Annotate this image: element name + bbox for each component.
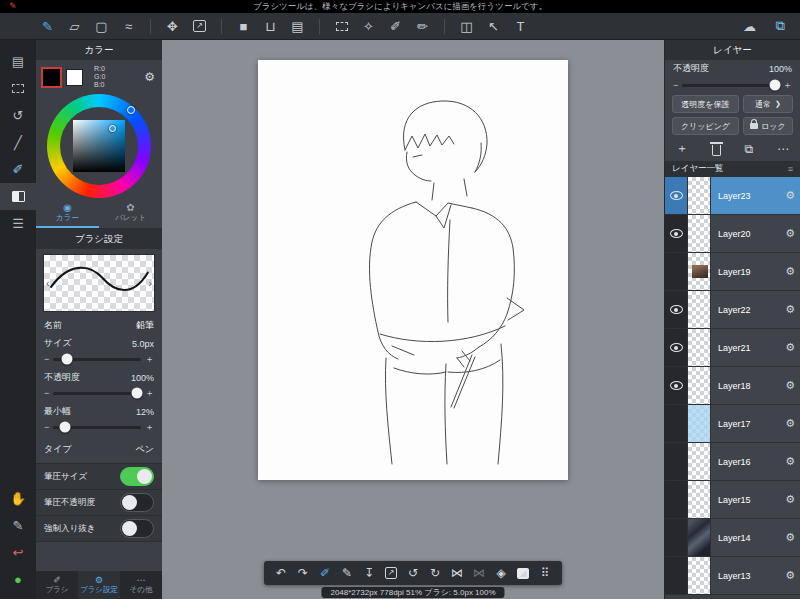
bottom-toolbar-button[interactable]: ↷ bbox=[296, 564, 310, 582]
layer-visibility-toggle[interactable] bbox=[665, 329, 687, 366]
bottom-toolbar-button[interactable]: ✎ bbox=[340, 564, 354, 582]
layer-settings-gear-icon[interactable]: ⚙ bbox=[785, 227, 795, 240]
rail-tool[interactable]: ✐ bbox=[0, 156, 36, 183]
layer-visibility-toggle[interactable] bbox=[665, 405, 687, 442]
layer-visibility-toggle[interactable] bbox=[665, 177, 687, 214]
toolbar-tool[interactable]: ↖ bbox=[486, 13, 501, 39]
color-panel-tab[interactable]: ◉ カラー bbox=[36, 200, 99, 228]
toolbar-tool[interactable]: ✧ bbox=[361, 13, 376, 39]
layer-settings-gear-icon[interactable]: ⚙ bbox=[785, 189, 795, 202]
toolbar-tool[interactable]: ⊔ bbox=[263, 13, 278, 39]
slider-track[interactable] bbox=[682, 84, 779, 87]
rail-tool[interactable] bbox=[0, 75, 36, 102]
rail-tool[interactable]: ↩ bbox=[0, 539, 36, 566]
layer-visibility-toggle[interactable] bbox=[665, 557, 687, 594]
minus-button[interactable]: − bbox=[44, 422, 49, 432]
layer-row[interactable]: Layer23 ⚙ bbox=[665, 177, 800, 215]
bottom-toolbar-button[interactable]: ↻ bbox=[428, 564, 442, 582]
saturation-value-square[interactable] bbox=[73, 120, 125, 172]
prev-brush-arrow[interactable]: ‹ bbox=[46, 277, 50, 289]
rail-tool[interactable]: ↺ bbox=[0, 102, 36, 129]
layer-settings-gear-icon[interactable]: ⚙ bbox=[785, 379, 795, 392]
plus-button[interactable]: ＋ bbox=[145, 421, 154, 434]
param-slider[interactable]: − ＋ bbox=[36, 351, 162, 367]
layer-row[interactable]: Layer14 ⚙ bbox=[665, 519, 800, 557]
drawing-canvas[interactable] bbox=[258, 60, 568, 480]
left-panel-bottom-tab[interactable]: ⚙ ブラシ設定 bbox=[78, 571, 120, 599]
bottom-toolbar-button[interactable]: ⠿ bbox=[538, 564, 552, 582]
rail-tool[interactable]: ● bbox=[0, 566, 36, 593]
toolbar-tool[interactable] bbox=[150, 19, 151, 34]
toolbar-tool[interactable]: ⧉ bbox=[773, 13, 788, 39]
layer-visibility-toggle[interactable] bbox=[665, 253, 687, 290]
layer-visibility-toggle[interactable] bbox=[665, 367, 687, 404]
add-layer-button[interactable]: ＋ bbox=[676, 140, 688, 157]
layer-visibility-toggle[interactable] bbox=[665, 215, 687, 252]
toolbar-tool[interactable] bbox=[334, 13, 349, 39]
protect-alpha-button[interactable]: 透明度を保護 bbox=[672, 95, 739, 113]
toolbar-tool[interactable] bbox=[221, 19, 222, 34]
layer-visibility-toggle[interactable] bbox=[665, 519, 687, 556]
layer-settings-gear-icon[interactable]: ⚙ bbox=[785, 493, 795, 506]
toolbar-tool[interactable]: ■ bbox=[236, 13, 251, 39]
slider-thumb[interactable] bbox=[770, 80, 781, 91]
toggle-switch[interactable] bbox=[120, 519, 154, 538]
slider-track[interactable] bbox=[53, 358, 141, 361]
bottom-toolbar-button[interactable]: ↺ bbox=[406, 564, 420, 582]
hue-cursor[interactable] bbox=[127, 106, 135, 114]
layer-settings-gear-icon[interactable]: ⚙ bbox=[785, 265, 795, 278]
color-panel-tab[interactable]: ✿ パレット bbox=[99, 200, 162, 228]
bottom-toolbar-button[interactable]: ◈ bbox=[494, 564, 508, 582]
slider-track[interactable] bbox=[53, 426, 141, 429]
sv-cursor[interactable] bbox=[109, 125, 116, 132]
clipping-button[interactable]: クリッピング bbox=[672, 117, 739, 135]
layer-row[interactable]: Layer13 ⚙ bbox=[665, 557, 800, 595]
layer-row[interactable]: Layer18 ⚙ bbox=[665, 367, 800, 405]
layer-row[interactable]: Layer22 ⚙ bbox=[665, 291, 800, 329]
rail-tool[interactable]: ╱ bbox=[0, 129, 36, 156]
param-slider[interactable]: − ＋ bbox=[36, 419, 162, 435]
toolbar-tool[interactable]: ✐ bbox=[388, 13, 403, 39]
layer-more-button[interactable]: ⋯ bbox=[777, 142, 789, 156]
toolbar-tool[interactable]: ▤ bbox=[290, 13, 305, 39]
layer-visibility-toggle[interactable] bbox=[665, 291, 687, 328]
color-settings-gear-icon[interactable]: ⚙ bbox=[144, 70, 155, 84]
bottom-toolbar-button[interactable]: ⋈ bbox=[472, 564, 486, 582]
toolbar-tool[interactable]: ▢ bbox=[94, 13, 109, 39]
layer-settings-gear-icon[interactable]: ⚙ bbox=[785, 569, 795, 582]
layer-row[interactable]: Layer15 ⚙ bbox=[665, 481, 800, 519]
left-panel-bottom-tab[interactable]: ⋯ その他 bbox=[120, 571, 162, 599]
toolbar-tool[interactable] bbox=[319, 19, 320, 34]
blend-mode-button[interactable]: 通常 ❯ bbox=[743, 95, 793, 113]
layer-row[interactable]: Layer21 ⚙ bbox=[665, 329, 800, 367]
background-color-swatch[interactable] bbox=[66, 69, 83, 86]
plus-button[interactable]: ＋ bbox=[783, 79, 792, 92]
layer-list[interactable]: Layer23 ⚙ Layer20 ⚙ Layer19 ⚙ Layer22 ⚙ … bbox=[665, 177, 800, 599]
bottom-toolbar-button[interactable]: ◢ bbox=[516, 564, 530, 582]
toolbar-tool[interactable]: ✥ bbox=[165, 13, 180, 39]
toolbar-tool[interactable]: ▱ bbox=[67, 13, 82, 39]
bottom-toolbar-button[interactable]: ↧ bbox=[362, 564, 376, 582]
param-slider[interactable]: − ＋ bbox=[36, 385, 162, 401]
toggle-switch[interactable] bbox=[120, 467, 154, 486]
layer-visibility-toggle[interactable] bbox=[665, 443, 687, 480]
toolbar-tool[interactable]: ↗ bbox=[192, 13, 207, 39]
rail-tool[interactable]: ✎ bbox=[0, 512, 36, 539]
toggle-switch[interactable] bbox=[120, 493, 154, 512]
toolbar-tool[interactable]: ≈ bbox=[121, 13, 136, 39]
duplicate-layer-button[interactable]: ⧉ bbox=[745, 142, 754, 156]
bottom-toolbar-button[interactable]: ✐ bbox=[318, 564, 332, 582]
bottom-toolbar-button[interactable]: ↶ bbox=[274, 564, 288, 582]
delete-layer-button[interactable] bbox=[712, 142, 721, 156]
foreground-color-swatch[interactable] bbox=[43, 69, 60, 86]
minus-button[interactable]: − bbox=[673, 80, 678, 90]
rail-tool[interactable]: ☰ bbox=[0, 210, 36, 237]
layer-visibility-toggle[interactable] bbox=[665, 481, 687, 518]
bottom-toolbar-button[interactable]: ↗ bbox=[384, 564, 398, 582]
slider-thumb[interactable] bbox=[131, 388, 142, 399]
rail-tool[interactable]: ✋ bbox=[0, 485, 36, 512]
layer-settings-gear-icon[interactable]: ⚙ bbox=[785, 417, 795, 430]
rail-tool[interactable] bbox=[0, 183, 36, 210]
layer-settings-gear-icon[interactable]: ⚙ bbox=[785, 531, 795, 544]
color-wheel[interactable] bbox=[47, 94, 151, 198]
